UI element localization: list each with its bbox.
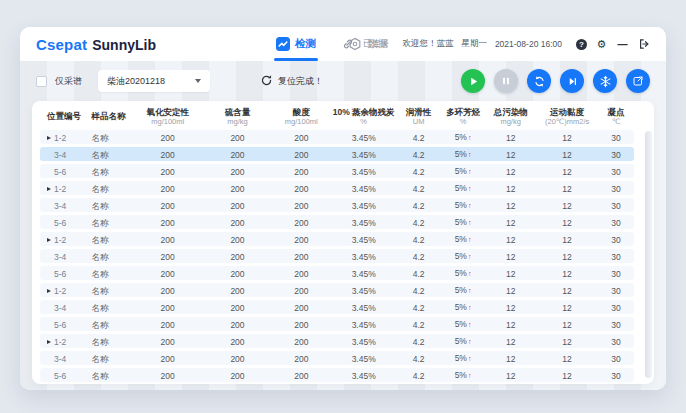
cell-pah: 5%↑ bbox=[441, 317, 486, 332]
table-row[interactable]: 1-2名称2002002003.45%4.25%↑121230 bbox=[40, 181, 634, 195]
column-header: 样品名称 bbox=[85, 112, 133, 122]
cell-residue: 3.45% bbox=[331, 148, 396, 162]
table-row[interactable]: 1-2名称2002002003.45%4.25%↑121230 bbox=[40, 283, 634, 297]
table-row[interactable]: 5-6名称2002002003.45%4.25%↑121230 bbox=[40, 164, 634, 178]
cell-viscosity: 12 bbox=[536, 165, 598, 179]
expand-arrow-icon[interactable] bbox=[47, 289, 51, 293]
expand-arrow-placeholder bbox=[47, 170, 51, 174]
table-row[interactable]: 3-4名称2002002003.45%4.25%↑121230 bbox=[40, 351, 634, 365]
start-button[interactable] bbox=[461, 69, 485, 93]
cell-lubricity: 4.2 bbox=[396, 335, 441, 349]
reset-status[interactable]: 复位完成！ bbox=[260, 74, 323, 89]
export-button[interactable] bbox=[626, 69, 650, 93]
app-window: Csepat SunnyLib 检测 数据 已连接 bbox=[20, 27, 666, 390]
cell-contaminants: 12 bbox=[485, 369, 535, 383]
cell-acidity: 200 bbox=[272, 369, 331, 383]
cell-acidity: 200 bbox=[272, 131, 331, 145]
cell-freezing: 30 bbox=[598, 318, 634, 332]
cell-oxidation: 200 bbox=[132, 148, 203, 162]
cell-sulfur: 200 bbox=[203, 148, 271, 162]
cell-name: 名称 bbox=[85, 199, 133, 213]
tab-detection[interactable]: 检测 bbox=[276, 27, 316, 61]
cell-viscosity: 12 bbox=[536, 233, 598, 247]
cell-freezing: 30 bbox=[598, 284, 634, 298]
action-buttons bbox=[461, 69, 650, 93]
gear-icon[interactable]: ⚙ bbox=[595, 38, 608, 51]
minimize-icon[interactable]: — bbox=[616, 38, 629, 51]
logout-icon[interactable] bbox=[637, 38, 650, 51]
cell-oxidation: 200 bbox=[132, 369, 203, 383]
skip-button[interactable] bbox=[560, 69, 584, 93]
sample-dropdown-value: 柴油20201218 bbox=[107, 75, 165, 88]
table-row[interactable]: 5-6名称2002002003.45%4.25%↑121230 bbox=[40, 368, 634, 382]
cell-freezing: 30 bbox=[598, 301, 634, 315]
logo-primary: Csepat bbox=[36, 36, 87, 53]
cell-position: 1-2 bbox=[40, 284, 85, 298]
sample-dropdown[interactable]: 柴油20201218 bbox=[98, 70, 210, 92]
up-flag-icon: ↑ bbox=[468, 303, 472, 312]
cell-lubricity: 4.2 bbox=[396, 369, 441, 383]
cell-freezing: 30 bbox=[598, 131, 634, 145]
cell-residue: 3.45% bbox=[331, 352, 396, 366]
help-icon[interactable]: ? bbox=[576, 39, 587, 50]
cell-pah: 5%↑ bbox=[441, 232, 486, 247]
cell-viscosity: 12 bbox=[536, 318, 598, 332]
cell-contaminants: 12 bbox=[485, 216, 535, 230]
cell-oxidation: 200 bbox=[132, 233, 203, 247]
cell-oxidation: 200 bbox=[132, 318, 203, 332]
cell-pah: 5%↑ bbox=[441, 181, 486, 196]
table-row[interactable]: 3-4名称2002002003.45%4.25%↑121230 bbox=[40, 249, 634, 263]
cell-pah: 5%↑ bbox=[441, 130, 486, 145]
vertical-scrollbar[interactable] bbox=[645, 131, 652, 378]
cell-pah: 5%↑ bbox=[441, 249, 486, 264]
cell-lubricity: 4.2 bbox=[396, 352, 441, 366]
cell-lubricity: 4.2 bbox=[396, 318, 441, 332]
cell-sulfur: 200 bbox=[203, 284, 271, 298]
expand-arrow-icon[interactable] bbox=[47, 238, 51, 242]
table-row[interactable]: 3-4名称2002002003.45%4.25%↑121230 bbox=[40, 300, 634, 314]
sample-only-label[interactable]: 仅采谱 bbox=[55, 75, 82, 88]
cell-pah: 5%↑ bbox=[441, 368, 486, 383]
table-row[interactable]: 3-4名称2002002003.45%4.25%↑121230 bbox=[40, 198, 634, 212]
cell-acidity: 200 bbox=[272, 250, 331, 264]
app-header: Csepat SunnyLib 检测 数据 已连接 bbox=[20, 27, 666, 61]
pause-button[interactable] bbox=[494, 69, 518, 93]
cell-viscosity: 12 bbox=[536, 267, 598, 281]
tab-data[interactable]: 数据 bbox=[348, 27, 388, 61]
expand-arrow-icon[interactable] bbox=[47, 340, 51, 344]
cell-sulfur: 200 bbox=[203, 267, 271, 281]
active-tab-underline bbox=[274, 58, 318, 61]
cell-sulfur: 200 bbox=[203, 233, 271, 247]
cell-oxidation: 200 bbox=[132, 301, 203, 315]
cell-lubricity: 4.2 bbox=[396, 182, 441, 196]
up-flag-icon: ↑ bbox=[468, 235, 472, 244]
cell-acidity: 200 bbox=[272, 216, 331, 230]
expand-arrow-placeholder bbox=[47, 374, 51, 378]
expand-arrow-icon[interactable] bbox=[47, 187, 51, 191]
table-body: 1-2名称2002002003.45%4.25%↑1212303-4名称2002… bbox=[40, 130, 634, 382]
cell-name: 名称 bbox=[85, 182, 133, 196]
table-row[interactable]: 5-6名称2002002003.45%4.25%↑121230 bbox=[40, 317, 634, 331]
cell-viscosity: 12 bbox=[536, 335, 598, 349]
cell-name: 名称 bbox=[85, 148, 133, 162]
cell-residue: 3.45% bbox=[331, 369, 396, 383]
cell-contaminants: 12 bbox=[485, 131, 535, 145]
up-flag-icon: ↑ bbox=[468, 150, 472, 159]
table-row[interactable]: 5-6名称2002002003.45%4.25%↑121230 bbox=[40, 215, 634, 229]
table-row[interactable]: 1-2名称2002002003.45%4.25%↑121230 bbox=[40, 334, 634, 348]
table-row[interactable]: 1-2名称2002002003.45%4.25%↑121230 bbox=[40, 232, 634, 246]
table-row[interactable]: 5-6名称2002002003.45%4.25%↑121230 bbox=[40, 266, 634, 280]
cell-acidity: 200 bbox=[272, 182, 331, 196]
cell-sulfur: 200 bbox=[203, 131, 271, 145]
freeze-button[interactable] bbox=[593, 69, 617, 93]
sync-button[interactable] bbox=[527, 69, 551, 93]
table-row[interactable]: 1-2名称2002002003.45%4.25%↑121230 bbox=[40, 130, 634, 144]
sample-only-checkbox[interactable] bbox=[36, 76, 47, 87]
cell-freezing: 30 bbox=[598, 352, 634, 366]
column-header: 硫含量mg/kg bbox=[203, 108, 271, 126]
expand-arrow-icon[interactable] bbox=[47, 136, 51, 140]
table-row[interactable]: 3-4名称2002002003.45%4.25%↑121230 bbox=[40, 147, 634, 161]
cell-freezing: 30 bbox=[598, 369, 634, 383]
cell-oxidation: 200 bbox=[132, 216, 203, 230]
cell-name: 名称 bbox=[85, 233, 133, 247]
